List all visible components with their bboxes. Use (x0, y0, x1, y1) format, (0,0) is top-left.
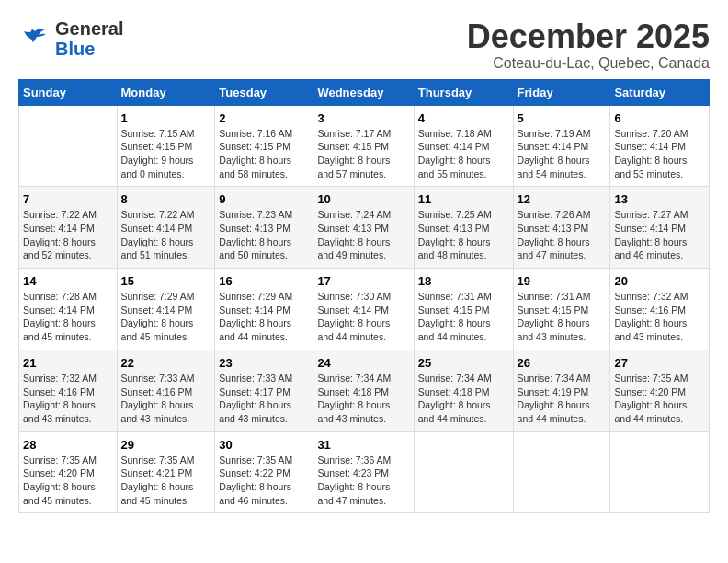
cell-info: Sunrise: 7:35 AM Sunset: 4:21 PM Dayligh… (121, 454, 211, 508)
day-header-thursday: Thursday (414, 79, 513, 105)
days-header-row: SundayMondayTuesdayWednesdayThursdayFrid… (19, 79, 710, 105)
day-number: 18 (418, 274, 509, 288)
cell-info: Sunrise: 7:35 AM Sunset: 4:22 PM Dayligh… (219, 454, 309, 508)
cell-info: Sunrise: 7:18 AM Sunset: 4:14 PM Dayligh… (418, 127, 509, 181)
cell-info: Sunrise: 7:19 AM Sunset: 4:14 PM Dayligh… (518, 127, 607, 181)
day-header-wednesday: Wednesday (313, 79, 414, 105)
day-number: 27 (614, 356, 705, 370)
calendar-cell: 16Sunrise: 7:29 AM Sunset: 4:14 PM Dayli… (215, 269, 313, 350)
calendar-cell: 12Sunrise: 7:26 AM Sunset: 4:13 PM Dayli… (513, 187, 610, 269)
calendar-cell: 11Sunrise: 7:25 AM Sunset: 4:13 PM Dayli… (414, 187, 513, 269)
calendar-cell: 15Sunrise: 7:29 AM Sunset: 4:14 PM Dayli… (117, 269, 215, 350)
calendar-cell: 1Sunrise: 7:15 AM Sunset: 4:15 PM Daylig… (117, 105, 215, 187)
calendar-cell: 3Sunrise: 7:17 AM Sunset: 4:15 PM Daylig… (313, 105, 414, 187)
logo-general: General (55, 18, 123, 39)
day-number: 14 (23, 274, 113, 288)
day-number: 4 (418, 111, 509, 125)
title-block: December 2025 Coteau-du-Lac, Quebec, Can… (467, 18, 710, 72)
calendar-cell: 2Sunrise: 7:16 AM Sunset: 4:15 PM Daylig… (215, 105, 313, 187)
cell-info: Sunrise: 7:32 AM Sunset: 4:16 PM Dayligh… (23, 372, 113, 426)
day-number: 8 (121, 192, 211, 206)
cell-info: Sunrise: 7:15 AM Sunset: 4:15 PM Dayligh… (121, 127, 211, 181)
cell-info: Sunrise: 7:31 AM Sunset: 4:15 PM Dayligh… (518, 290, 607, 344)
calendar-cell (513, 431, 610, 513)
calendar-cell: 29Sunrise: 7:35 AM Sunset: 4:21 PM Dayli… (117, 431, 215, 513)
page-header: General Blue December 2025 Coteau-du-Lac… (18, 18, 710, 72)
calendar-cell: 30Sunrise: 7:35 AM Sunset: 4:22 PM Dayli… (215, 431, 313, 513)
week-row-3: 14Sunrise: 7:28 AM Sunset: 4:14 PM Dayli… (19, 269, 710, 350)
day-number: 28 (23, 438, 113, 452)
calendar-cell: 18Sunrise: 7:31 AM Sunset: 4:15 PM Dayli… (414, 269, 513, 350)
week-row-4: 21Sunrise: 7:32 AM Sunset: 4:16 PM Dayli… (19, 350, 710, 431)
logo: General Blue (18, 18, 123, 59)
calendar-cell (414, 431, 513, 513)
calendar-table: SundayMondayTuesdayWednesdayThursdayFrid… (18, 79, 710, 514)
cell-info: Sunrise: 7:32 AM Sunset: 4:16 PM Dayligh… (614, 290, 705, 344)
calendar-cell: 4Sunrise: 7:18 AM Sunset: 4:14 PM Daylig… (414, 105, 513, 187)
cell-info: Sunrise: 7:33 AM Sunset: 4:16 PM Dayligh… (121, 372, 211, 426)
day-header-sunday: Sunday (19, 79, 118, 105)
day-number: 3 (317, 111, 409, 125)
day-number: 15 (121, 274, 211, 288)
cell-info: Sunrise: 7:23 AM Sunset: 4:13 PM Dayligh… (219, 208, 309, 262)
cell-info: Sunrise: 7:35 AM Sunset: 4:20 PM Dayligh… (23, 454, 113, 508)
calendar-cell: 13Sunrise: 7:27 AM Sunset: 4:14 PM Dayli… (610, 187, 710, 269)
day-number: 29 (121, 438, 211, 452)
calendar-cell: 21Sunrise: 7:32 AM Sunset: 4:16 PM Dayli… (19, 350, 118, 431)
cell-info: Sunrise: 7:22 AM Sunset: 4:14 PM Dayligh… (23, 208, 113, 262)
day-header-saturday: Saturday (610, 79, 710, 105)
day-number: 25 (418, 356, 509, 370)
cell-info: Sunrise: 7:34 AM Sunset: 4:18 PM Dayligh… (317, 372, 409, 426)
calendar-cell (19, 105, 118, 187)
day-number: 31 (317, 438, 409, 452)
calendar-cell: 28Sunrise: 7:35 AM Sunset: 4:20 PM Dayli… (19, 431, 118, 513)
calendar-title: December 2025 (467, 18, 710, 55)
day-number: 12 (518, 192, 607, 206)
cell-info: Sunrise: 7:35 AM Sunset: 4:20 PM Dayligh… (614, 372, 705, 426)
calendar-cell: 5Sunrise: 7:19 AM Sunset: 4:14 PM Daylig… (513, 105, 610, 187)
calendar-cell: 22Sunrise: 7:33 AM Sunset: 4:16 PM Dayli… (117, 350, 215, 431)
cell-info: Sunrise: 7:17 AM Sunset: 4:15 PM Dayligh… (317, 127, 409, 181)
calendar-cell: 7Sunrise: 7:22 AM Sunset: 4:14 PM Daylig… (19, 187, 118, 269)
day-number: 6 (614, 111, 705, 125)
day-header-monday: Monday (117, 79, 215, 105)
week-row-5: 28Sunrise: 7:35 AM Sunset: 4:20 PM Dayli… (19, 431, 710, 513)
day-number: 19 (518, 274, 607, 288)
cell-info: Sunrise: 7:34 AM Sunset: 4:19 PM Dayligh… (518, 372, 607, 426)
calendar-cell (610, 431, 710, 513)
calendar-cell: 25Sunrise: 7:34 AM Sunset: 4:18 PM Dayli… (414, 350, 513, 431)
day-header-tuesday: Tuesday (215, 79, 313, 105)
day-number: 26 (518, 356, 607, 370)
calendar-cell: 14Sunrise: 7:28 AM Sunset: 4:14 PM Dayli… (19, 269, 118, 350)
calendar-cell: 31Sunrise: 7:36 AM Sunset: 4:23 PM Dayli… (313, 431, 414, 513)
cell-info: Sunrise: 7:33 AM Sunset: 4:17 PM Dayligh… (219, 372, 309, 426)
day-number: 7 (23, 192, 113, 206)
day-number: 13 (614, 192, 705, 206)
day-number: 23 (219, 356, 309, 370)
cell-info: Sunrise: 7:31 AM Sunset: 4:15 PM Dayligh… (418, 290, 509, 344)
cell-info: Sunrise: 7:26 AM Sunset: 4:13 PM Dayligh… (518, 208, 607, 262)
calendar-cell: 19Sunrise: 7:31 AM Sunset: 4:15 PM Dayli… (513, 269, 610, 350)
day-number: 24 (317, 356, 409, 370)
calendar-cell: 27Sunrise: 7:35 AM Sunset: 4:20 PM Dayli… (610, 350, 710, 431)
calendar-cell: 20Sunrise: 7:32 AM Sunset: 4:16 PM Dayli… (610, 269, 710, 350)
day-number: 22 (121, 356, 211, 370)
day-number: 2 (219, 111, 309, 125)
day-number: 9 (219, 192, 309, 206)
day-number: 5 (518, 111, 607, 125)
cell-info: Sunrise: 7:20 AM Sunset: 4:14 PM Dayligh… (614, 127, 705, 181)
cell-info: Sunrise: 7:24 AM Sunset: 4:13 PM Dayligh… (317, 208, 409, 262)
day-number: 16 (219, 274, 309, 288)
cell-info: Sunrise: 7:22 AM Sunset: 4:14 PM Dayligh… (121, 208, 211, 262)
day-number: 20 (614, 274, 705, 288)
calendar-cell: 17Sunrise: 7:30 AM Sunset: 4:14 PM Dayli… (313, 269, 414, 350)
day-header-friday: Friday (513, 79, 610, 105)
calendar-subtitle: Coteau-du-Lac, Quebec, Canada (467, 55, 710, 72)
day-number: 10 (317, 192, 409, 206)
day-number: 30 (219, 438, 309, 452)
cell-info: Sunrise: 7:27 AM Sunset: 4:14 PM Dayligh… (614, 208, 705, 262)
cell-info: Sunrise: 7:16 AM Sunset: 4:15 PM Dayligh… (219, 127, 309, 181)
day-number: 21 (23, 356, 113, 370)
logo-blue: Blue (55, 39, 123, 59)
calendar-cell: 8Sunrise: 7:22 AM Sunset: 4:14 PM Daylig… (117, 187, 215, 269)
